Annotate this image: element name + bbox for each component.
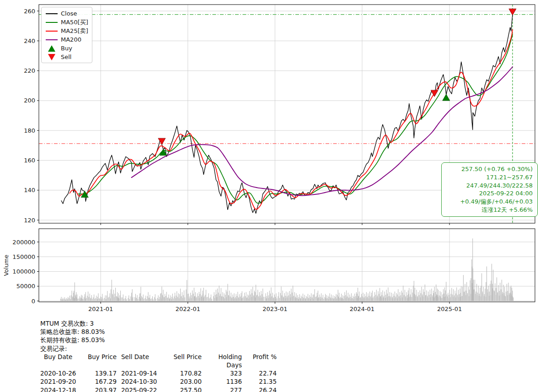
legend-label: Buy: [61, 45, 72, 52]
trade-record-title: 交易记录:: [40, 344, 277, 353]
table-row: 2020-10-26 139.17 2021-09-14 170.82 323 …: [40, 369, 277, 377]
legend-item-buy: Buy: [46, 45, 88, 52]
svg-text:150000: 150000: [12, 253, 35, 260]
legend-item-close: Close: [46, 11, 88, 17]
chart-legend: Close MA50[买] MA25[卖] MA200 Buy Sell: [41, 7, 92, 63]
holding-return-line: 长期持有收益: 85.03%: [40, 336, 277, 344]
legend-label: Close: [61, 11, 77, 17]
svg-text:140: 140: [24, 187, 35, 193]
annotation-52w-range: 171.21~257.67: [446, 173, 533, 182]
legend-item-sell: Sell: [46, 54, 88, 60]
svg-text:120: 120: [24, 217, 35, 224]
legend-label: Sell: [61, 54, 71, 60]
annotation-last-price: 257.50 (+0.76 +0.30%): [446, 165, 533, 173]
mtum-strategy-chart-page: 1201401601802002202402600500001000001500…: [0, 0, 540, 392]
svg-text:2023-01: 2023-01: [262, 306, 287, 312]
table-row: 2021-09-20 167.29 2024-10-30 203.00 1136…: [40, 377, 277, 386]
legend-label: MA25[卖]: [61, 28, 88, 34]
svg-text:50000: 50000: [16, 283, 35, 290]
svg-text:260: 260: [24, 8, 35, 15]
svg-text:240: 240: [24, 38, 35, 44]
ma50-line-icon: [46, 22, 58, 23]
ma25-line-icon: [46, 31, 58, 32]
svg-text:2025-01: 2025-01: [437, 306, 462, 312]
svg-text:100000: 100000: [12, 268, 35, 275]
svg-text:200000: 200000: [12, 239, 35, 246]
ma200-line-icon: [46, 39, 58, 40]
svg-text:220: 220: [24, 67, 35, 74]
legend-item-ma25: MA25[卖]: [46, 28, 88, 34]
svg-text:2021-01: 2021-01: [88, 306, 113, 312]
svg-text:0: 0: [32, 298, 35, 305]
svg-text:Volume: Volume: [3, 254, 10, 276]
annotation-ma-values: 247.49/244.30/222.58: [446, 182, 533, 190]
svg-text:2024-01: 2024-01: [350, 306, 374, 312]
svg-text:200: 200: [24, 97, 35, 104]
svg-text:160: 160: [24, 157, 35, 164]
strategy-summary: MTUM 交易次数: 3 策略总收益率: 88.03% 长期持有收益: 85.0…: [40, 319, 277, 392]
annotation-streak: 连涨12天 +5.66%: [446, 206, 533, 214]
legend-item-ma200: MA200: [46, 37, 88, 43]
table-row: 2024-12-18 203.97 2025-09-22 257.50 277 …: [40, 386, 277, 392]
sell-triangle-icon: [46, 54, 58, 60]
annotation-signal: +0.49/偏多/+0.46/+0.03: [446, 198, 533, 206]
legend-label: MA50[买]: [61, 19, 88, 26]
svg-text:2022-01: 2022-01: [176, 306, 200, 312]
annotation-timestamp: 2025-09-22 04:00: [446, 189, 533, 198]
trade-count-line: MTUM 交易次数: 3: [40, 319, 277, 328]
legend-label: MA200: [61, 37, 81, 43]
trade-table-header: Buy Date Buy Price Sell Date Sell Price …: [40, 353, 277, 369]
strategy-return-line: 策略总收益率: 88.03%: [40, 328, 277, 336]
buy-triangle-icon: [46, 45, 58, 52]
close-line-icon: [46, 13, 58, 14]
quote-annotation-box: 257.50 (+0.76 +0.30%) 171.21~257.67 247.…: [441, 162, 538, 217]
svg-text:180: 180: [24, 127, 35, 134]
legend-item-ma50: MA50[买]: [46, 19, 88, 26]
